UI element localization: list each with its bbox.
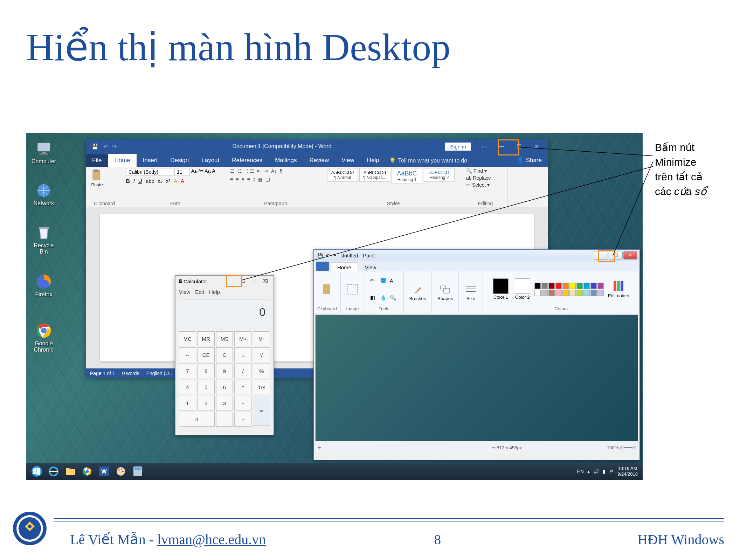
menu-edit[interactable]: Edit [195,289,204,295]
align-right-icon[interactable]: ≡ [241,177,244,182]
desktop-icon-firefox[interactable]: Firefox [30,273,58,298]
strike-button[interactable]: abc [146,178,154,184]
key-ms[interactable]: MS [216,331,233,346]
color-swatch[interactable] [562,290,569,296]
task-explorer[interactable] [62,464,79,478]
key-1[interactable]: 1 [179,396,196,410]
key-pct[interactable]: % [253,364,270,378]
numbering-icon[interactable]: ☷ [237,168,242,174]
tab-review[interactable]: Review [303,154,336,167]
key-inv[interactable]: 1/x [253,380,270,394]
start-button[interactable] [28,464,45,478]
close-button[interactable]: ✕ [623,251,637,260]
tab-help[interactable]: Help [361,154,386,167]
font-size-select[interactable]: 11 [174,168,190,176]
maximize-button[interactable]: ▫ [248,278,260,284]
tray-network-icon[interactable]: ▮ [603,469,606,474]
color1-button[interactable]: Color 1 [491,278,511,300]
size-button[interactable]: Size [462,282,479,302]
key-sub[interactable]: - [234,396,251,410]
key-c[interactable]: C [216,347,233,362]
key-back[interactable]: ← [179,347,196,362]
tab-view[interactable]: View [359,263,382,271]
superscript-button[interactable]: x² [166,178,171,184]
text-tool-icon[interactable]: A [390,278,398,284]
style-heading2[interactable]: AaBbCcDHeading 2 [424,168,455,182]
change-case-icon[interactable]: Aa [205,168,210,176]
save-icon[interactable]: 💾 [89,143,101,150]
key-6[interactable]: 6 [216,380,233,394]
tray-lang[interactable]: EN [577,469,584,474]
key-5[interactable]: 5 [198,380,215,394]
select-button[interactable] [344,282,361,296]
key-mplus[interactable]: M+ [234,331,251,346]
tab-home[interactable]: Home [331,262,358,271]
paste-button[interactable] [319,282,336,296]
tab-view[interactable]: View [335,154,361,167]
paint-qat-redo-icon[interactable]: ↷ [331,253,338,258]
desktop-icon-recyclebin[interactable]: Recycle Bin [30,224,58,255]
color-swatch[interactable] [590,290,597,296]
redo-icon[interactable]: ↷ [110,143,119,150]
shading-icon[interactable]: ▦ [258,177,263,182]
tab-layout[interactable]: Layout [195,154,226,167]
color-swatch[interactable] [597,283,604,289]
share-button[interactable]: 👤Share [510,154,548,167]
key-dot[interactable]: . [216,412,233,427]
tab-references[interactable]: References [226,154,269,167]
paint-qat-undo-icon[interactable]: ↶ [324,253,331,258]
picker-tool-icon[interactable]: 💧 [380,295,388,301]
replace-button[interactable]: ab Replace [466,175,491,181]
task-chrome[interactable] [79,464,96,478]
justify-icon[interactable]: ≡ [247,177,250,182]
style-heading1[interactable]: AaBbCHeading 1 [392,168,422,184]
bold-button[interactable]: B [126,178,130,184]
task-calc[interactable] [129,464,146,478]
tab-mailings[interactable]: Mailings [269,154,303,167]
desktop-icon-chrome[interactable]: Google Chrome [30,322,58,353]
color-swatch[interactable] [541,283,548,289]
color-swatch[interactable] [534,290,541,296]
key-neg[interactable]: ± [234,347,251,362]
italic-button[interactable]: I [133,178,135,184]
color-swatch[interactable] [583,283,590,289]
desktop-icon-network[interactable]: Network [30,182,58,207]
shapes-button[interactable]: Shapes [435,282,455,302]
ribbon-display-icon[interactable]: ▭ [475,139,493,153]
tray-clock[interactable]: 10:19 AM 9/24/2018 [617,466,638,477]
key-mr[interactable]: MR [198,331,215,346]
color2-button[interactable]: Color 2 [513,278,532,300]
tab-home[interactable]: Home [108,154,136,167]
color-swatch[interactable] [597,290,604,296]
color-swatch[interactable] [576,283,583,289]
menu-help[interactable]: Help [209,289,220,295]
decrease-indent-icon[interactable]: ⇤ [257,168,261,174]
color-swatch[interactable] [569,283,576,289]
key-mul[interactable]: * [234,380,251,394]
tab-file[interactable]: File [86,154,108,167]
paint-qat-save-icon[interactable]: 💾 [316,253,324,258]
color-swatch[interactable] [534,283,541,289]
increase-indent-icon[interactable]: ⇥ [264,168,268,174]
sort-icon[interactable]: A↓ [271,168,277,174]
find-button[interactable]: 🔍 Find ▾ [466,168,487,174]
key-7[interactable]: 7 [179,364,196,378]
task-ie[interactable] [45,464,62,478]
tray-flag-icon[interactable]: ▴ [587,469,590,474]
tell-me-search[interactable]: 💡Tell me what you want to do [386,154,510,167]
tray-sound-icon[interactable]: 🔊 [593,469,599,474]
bullets-icon[interactable]: ☰ [230,168,235,174]
key-ce[interactable]: CE [198,347,215,362]
close-button[interactable]: ✕ [528,139,545,153]
edit-colors-button[interactable]: Edit colors [606,279,631,299]
key-4[interactable]: 4 [179,380,196,394]
grow-font-icon[interactable]: A▴ [191,168,197,176]
show-marks-icon[interactable]: ¶ [279,168,282,174]
key-3[interactable]: 3 [216,396,233,410]
zoom-tool-icon[interactable]: 🔍 [390,295,398,301]
style-normal[interactable]: AaBbCcDd¶ Normal [327,168,358,182]
color-swatch[interactable] [562,283,569,289]
color-swatch[interactable] [541,290,548,296]
color-swatch[interactable] [576,290,583,296]
shrink-font-icon[interactable]: A▾ [198,168,203,176]
